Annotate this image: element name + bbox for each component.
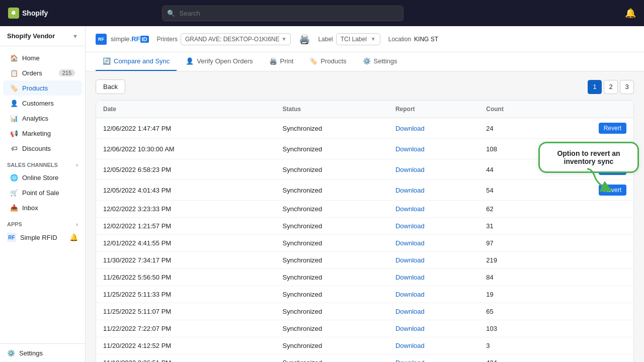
- download-link[interactable]: Download: [395, 342, 425, 349]
- tab-settings[interactable]: ⚙️ Settings: [356, 52, 405, 71]
- sidebar-item-products[interactable]: 🏷️ Products: [3, 80, 82, 96]
- cell-date: 11/22/2022 7:22:07 PM: [96, 320, 276, 337]
- search-input[interactable]: [162, 6, 404, 21]
- col-date: Date: [96, 101, 276, 118]
- printer-selector[interactable]: GRAND AVE: DESKTOP-O1KI6NE ▼: [181, 33, 291, 45]
- download-link[interactable]: Download: [395, 325, 425, 332]
- cell-action: [545, 286, 633, 303]
- sidebar-item-label: Customers: [22, 100, 54, 107]
- pagination: 1 2 3: [588, 80, 634, 94]
- download-link[interactable]: Download: [395, 187, 425, 194]
- settings-label: Settings: [19, 349, 43, 357]
- table-row: 11/18/2022 8:26:51 PMSynchronizedDownloa…: [96, 354, 633, 363]
- download-link[interactable]: Download: [395, 166, 425, 173]
- cell-date: 12/02/2022 1:21:57 PM: [96, 218, 276, 235]
- settings-nav-item[interactable]: ⚙️ Settings: [0, 343, 85, 362]
- sync-icon: 🔄: [103, 57, 111, 65]
- location-value: KING ST: [414, 36, 438, 43]
- tab-compare-sync[interactable]: 🔄 Compare and Sync: [96, 52, 177, 71]
- analytics-icon: 📊: [10, 114, 18, 122]
- cell-count: 3: [479, 337, 545, 354]
- page-2-button[interactable]: 2: [604, 80, 618, 94]
- sidebar-item-discounts[interactable]: 🏷 Discounts: [3, 141, 82, 156]
- cell-status: Synchronized: [276, 180, 388, 201]
- sidebar-item-customers[interactable]: 👤 Customers: [3, 96, 82, 111]
- notification-bell-icon[interactable]: 🔔: [625, 8, 636, 19]
- revert-button[interactable]: Revert: [599, 123, 626, 134]
- cell-count: 103: [479, 320, 545, 337]
- cell-action: [545, 252, 633, 269]
- cell-action: Revert: [545, 118, 633, 139]
- tab-print[interactable]: 🖨️ Print: [262, 52, 301, 71]
- table-row: 12/02/2022 1:21:57 PMSynchronizedDownloa…: [96, 218, 633, 235]
- download-link[interactable]: Download: [395, 291, 425, 298]
- search-container: 🔍: [162, 6, 404, 21]
- settings-icon: ⚙️: [7, 349, 15, 357]
- page-3-button[interactable]: 3: [620, 80, 634, 94]
- tab-verify-orders[interactable]: 👤 Verify Open Orders: [179, 52, 260, 71]
- sidebar-item-point-of-sale[interactable]: 🛒 Point of Sale: [3, 185, 82, 200]
- cell-status: Synchronized: [276, 235, 388, 252]
- download-link[interactable]: Download: [395, 308, 425, 315]
- cell-report: Download: [388, 139, 479, 159]
- cell-date: 11/18/2022 8:26:51 PM: [96, 354, 276, 363]
- cell-date: 12/02/2022 3:23:33 PM: [96, 201, 276, 218]
- cell-action: [545, 269, 633, 286]
- col-count: Count: [479, 101, 545, 118]
- orders-badge: 215: [59, 69, 75, 76]
- cell-report: Download: [388, 354, 479, 363]
- col-actions: [545, 101, 633, 118]
- pos-icon: 🛒: [10, 189, 18, 197]
- shopify-logo: Shopify: [8, 8, 48, 19]
- cell-report: Download: [388, 159, 479, 180]
- tab-label: Print: [280, 57, 294, 65]
- table-row: 12/06/2022 1:47:47 PMSynchronizedDownloa…: [96, 118, 633, 139]
- cell-status: Synchronized: [276, 252, 388, 269]
- cell-date: 11/30/2022 7:34:17 PM: [96, 252, 276, 269]
- label-selector[interactable]: TCI Label ▼: [336, 33, 380, 45]
- cell-date: 12/06/2022 1:47:47 PM: [96, 118, 276, 139]
- download-link[interactable]: Download: [395, 359, 425, 362]
- cell-report: Download: [388, 337, 479, 354]
- shopify-logo-text: Shopify: [22, 9, 48, 17]
- cell-count: 434: [479, 354, 545, 363]
- app-notification-icon: 🔔: [69, 233, 78, 241]
- page-1-button[interactable]: 1: [588, 80, 602, 94]
- vendor-selector[interactable]: Shopify Vendor ▼: [0, 26, 85, 46]
- download-link[interactable]: Download: [395, 239, 425, 247]
- download-link[interactable]: Download: [395, 256, 425, 264]
- cell-date: 11/26/2022 5:56:50 PM: [96, 269, 276, 286]
- table-row: 11/25/2022 5:11:33 PMSynchronizedDownloa…: [96, 286, 633, 303]
- download-link[interactable]: Download: [395, 145, 425, 153]
- tab-products[interactable]: 🏷️ Products: [302, 52, 353, 71]
- table-row: 11/20/2022 4:12:52 PMSynchronizedDownloa…: [96, 337, 633, 354]
- sidebar-item-marketing[interactable]: 📢 Marketing: [3, 126, 82, 141]
- sidebar-item-orders[interactable]: 📋 Orders 215: [3, 65, 82, 80]
- cell-action: [545, 303, 633, 320]
- sidebar-item-online-store[interactable]: 🌐 Online Store: [3, 170, 82, 185]
- sidebar-item-inbox[interactable]: 📥 Inbox: [3, 200, 82, 215]
- download-link[interactable]: Download: [395, 125, 425, 132]
- cell-report: Download: [388, 286, 479, 303]
- home-icon: 🏠: [10, 54, 18, 62]
- vendor-chevron-icon: ▼: [72, 33, 78, 39]
- printers-label: Printers: [157, 36, 178, 43]
- customers-icon: 👤: [10, 99, 18, 107]
- printer-chevron-icon: ▼: [282, 36, 287, 42]
- sidebar-item-simple-rfid[interactable]: RF Simple RFID 🔔: [0, 229, 85, 245]
- download-link[interactable]: Download: [395, 274, 425, 281]
- sidebar-item-home[interactable]: 🏠 Home: [3, 50, 82, 65]
- download-link[interactable]: Download: [395, 205, 425, 213]
- sidebar: Shopify Vendor ▼ 🏠 Home 📋 Orders 215 🏷️ …: [0, 26, 86, 362]
- sidebar-item-analytics[interactable]: 📊 Analytics: [3, 111, 82, 126]
- vendor-name: Shopify Vendor: [7, 32, 55, 40]
- verify-icon: 👤: [186, 57, 194, 65]
- marketing-icon: 📢: [10, 129, 18, 137]
- apps-section: Apps ›: [0, 217, 85, 229]
- back-button[interactable]: Back: [96, 79, 125, 94]
- download-link[interactable]: Download: [395, 222, 425, 230]
- simple-rfid-icon: RF: [7, 233, 16, 242]
- label-chevron-icon: ▼: [371, 36, 376, 42]
- cell-action: [545, 201, 633, 218]
- cell-report: Download: [388, 269, 479, 286]
